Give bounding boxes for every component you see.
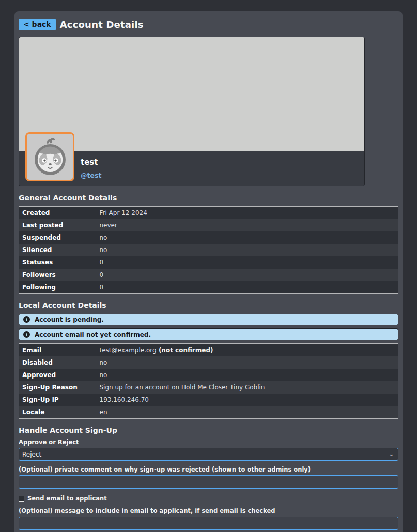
row-label: Statuses (19, 256, 97, 269)
sloth-icon (29, 136, 71, 178)
table-row: Last postednever (19, 219, 398, 231)
back-button[interactable]: < back (19, 19, 56, 30)
approve-reject-select[interactable]: Reject (19, 448, 398, 461)
page-title: Account Details (60, 19, 144, 30)
row-value: 193.160.246.70 (97, 394, 398, 406)
row-label: Sign-Up IP (19, 394, 97, 406)
table-row: Localeen (19, 406, 398, 419)
local-details-body: Emailtest@example.org (not confirmed)Dis… (19, 344, 398, 419)
local-notices: iAccount is pending.iAccount email not y… (19, 314, 398, 340)
send-email-label: Send email to applicant (27, 495, 107, 502)
row-label: Disabled (19, 356, 97, 369)
row-value: test@example.org (not confirmed) (97, 344, 398, 357)
header: < back Account Details (19, 19, 398, 30)
general-section-heading: General Account Details (19, 194, 398, 202)
row-label: Following (19, 281, 97, 294)
table-row: Disabledno (19, 356, 398, 369)
row-value: no (97, 369, 398, 381)
notice-text: Account email not yet confirmed. (35, 331, 151, 338)
content-panel: < back Account Details test @test (14, 11, 403, 532)
row-label: Silenced (19, 244, 97, 256)
row-value: no (97, 244, 398, 256)
table-row: CreatedFri Apr 12 2024 (19, 207, 398, 220)
general-details-body: CreatedFri Apr 12 2024Last postedneverSu… (19, 207, 398, 294)
signup-section-heading: Handle Account Sign-Up (19, 426, 398, 434)
local-section-heading: Local Account Details (19, 301, 398, 309)
table-row: Silencedno (19, 244, 398, 256)
row-value: no (97, 356, 398, 369)
row-value: 0 (97, 256, 398, 269)
table-row: Following0 (19, 281, 398, 294)
row-value: en (97, 406, 398, 419)
row-value: 0 (97, 281, 398, 294)
private-comment-input[interactable] (19, 475, 398, 489)
row-label: Suspended (19, 231, 97, 244)
display-name: test (81, 158, 364, 167)
private-comment-label: (Optional) private comment on why sign-u… (19, 466, 398, 473)
info-notice: iAccount is pending. (19, 314, 398, 325)
local-details-table: Emailtest@example.org (not confirmed)Dis… (19, 343, 398, 419)
row-value: never (97, 219, 398, 231)
table-row: Sign-Up ReasonSign up for an account on … (19, 381, 398, 394)
table-row: Suspendedno (19, 231, 398, 244)
table-row: Approvedno (19, 369, 398, 381)
row-value: no (97, 231, 398, 244)
approve-reject-label: Approve or Reject (19, 439, 398, 446)
row-label: Last posted (19, 219, 97, 231)
avatar (25, 132, 74, 181)
row-label: Sign-Up Reason (19, 381, 97, 394)
info-notice: iAccount email not yet confirmed. (19, 328, 398, 340)
email-message-input[interactable] (19, 517, 398, 530)
row-label: Locale (19, 406, 97, 419)
table-row: Followers0 (19, 269, 398, 281)
table-row: Statuses0 (19, 256, 398, 269)
info-icon: i (23, 331, 30, 338)
general-details-table: CreatedFri Apr 12 2024Last postedneverSu… (19, 206, 398, 294)
email-message-label: (Optional) message to include in email t… (19, 507, 398, 514)
profile-card: test @test (19, 37, 365, 186)
page-background: < back Account Details test @test (0, 0, 417, 532)
table-row: Sign-Up IP193.160.246.70 (19, 394, 398, 406)
row-label: Followers (19, 269, 97, 281)
send-email-row: Send email to applicant (19, 495, 398, 502)
row-label: Approved (19, 369, 97, 381)
row-label: Created (19, 207, 97, 220)
approve-reject-select-wrap: Reject ⌄ (19, 448, 398, 461)
notice-text: Account is pending. (35, 316, 104, 323)
send-email-checkbox[interactable] (19, 496, 24, 502)
username-handle: @test (81, 171, 364, 179)
row-value: Fri Apr 12 2024 (97, 207, 398, 220)
row-label: Email (19, 344, 97, 357)
table-row: Emailtest@example.org (not confirmed) (19, 344, 398, 357)
row-value: 0 (97, 269, 398, 281)
info-icon: i (23, 316, 30, 323)
row-value: Sign up for an account on Hold Me Closer… (97, 381, 398, 394)
